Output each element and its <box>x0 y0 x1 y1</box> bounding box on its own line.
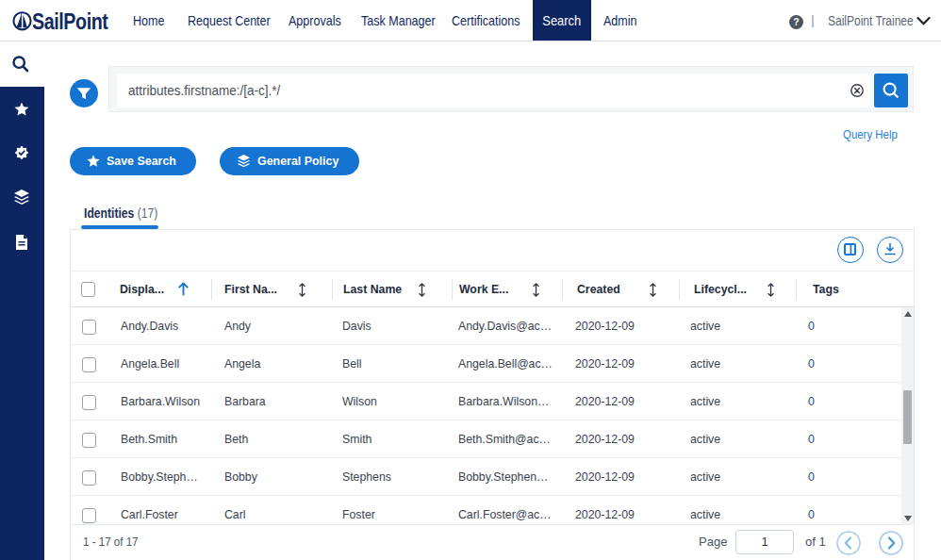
svg-text:?: ? <box>793 16 799 27</box>
